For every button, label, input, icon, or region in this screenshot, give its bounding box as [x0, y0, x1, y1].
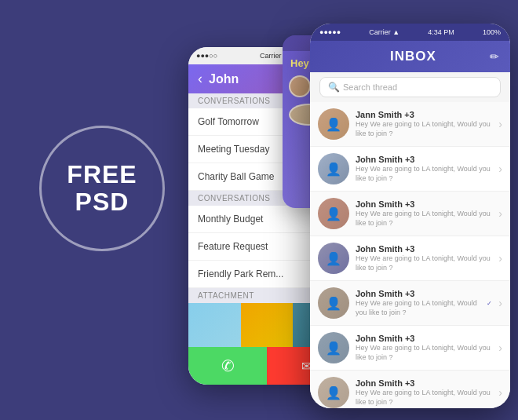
signal-dots-2: ●●●●●: [319, 28, 341, 36]
phone-inbox: ●●●●● Carrier ▲ 4:34 PM 100% INBOX ✏ 🔍 S…: [310, 24, 510, 408]
call-button[interactable]: ✆: [188, 347, 267, 385]
inbox-item-0[interactable]: 👤 Jann Smith +3 Hey We are going to LA t…: [310, 102, 510, 147]
inbox-content-1: John Smith +3 Hey We are going to LA ton…: [356, 155, 492, 183]
overlay-avatar-1: [289, 75, 311, 97]
inbox-name-4: John Smith +3: [356, 289, 479, 298]
back-arrow[interactable]: ‹: [198, 71, 202, 87]
arrow-0: ›: [498, 118, 502, 130]
inbox-item-5[interactable]: 👤 John Smith +3 Hey We are going to LA t…: [310, 326, 510, 371]
attachment-1: [188, 303, 241, 350]
search-icon: 🔍: [328, 82, 340, 93]
inbox-content-4: John Smith +3 Hey We are going to LA ton…: [356, 289, 479, 317]
inbox-item-4[interactable]: 👤 John Smith +3 Hey We are going to LA t…: [310, 281, 510, 326]
call-icon: ✆: [221, 356, 235, 375]
inbox-preview-1: Hey We are going to LA tonight, Would yo…: [356, 165, 492, 183]
avatar-2: 👤: [318, 198, 349, 229]
search-input[interactable]: 🔍 Search thread: [319, 77, 501, 97]
inbox-preview-6: Hey We are going to LA tonight, Would yo…: [356, 389, 492, 407]
free-psd-badge: FREE PSD: [39, 126, 165, 251]
carrier-2: Carrier ▲: [369, 28, 399, 36]
status-bar-2: ●●●●● Carrier ▲ 4:34 PM 100%: [310, 24, 510, 41]
free-label: FREE: [67, 161, 137, 188]
inbox-content-0: Jann Smith +3 Hey We are going to LA ton…: [356, 110, 492, 138]
inbox-preview-3: Hey We are going to LA tonight, Would yo…: [356, 254, 492, 272]
attachment-2: [241, 303, 294, 350]
search-placeholder: Search thread: [343, 82, 397, 92]
inbox-title: INBOX: [337, 49, 490, 64]
contact-name: John: [209, 72, 239, 86]
psd-label: PSD: [75, 188, 130, 216]
arrow-5: ›: [498, 341, 502, 354]
inbox-name-1: John Smith +3: [356, 155, 492, 164]
inbox-preview-2: Hey We are going to LA tonight, Would yo…: [356, 210, 492, 228]
avatar-4: 👤: [318, 287, 349, 319]
arrow-3: ›: [498, 252, 502, 265]
arrow-6: ›: [498, 386, 502, 399]
avatar-3: 👤: [318, 243, 349, 274]
inbox-item-2[interactable]: 👤 John Smith +3 Hey We are going to LA t…: [310, 192, 510, 236]
inbox-name-0: Jann Smith +3: [356, 110, 492, 119]
edit-icon[interactable]: ✏: [490, 50, 499, 63]
arrow-2: ›: [498, 207, 502, 220]
inbox-preview-0: Hey We are going to LA tonight, Would yo…: [356, 120, 492, 138]
inbox-content-3: John Smith +3 Hey We are going to LA ton…: [356, 244, 492, 272]
inbox-item-1[interactable]: 👤 John Smith +3 Hey We are going to LA t…: [310, 147, 510, 192]
carrier-1: Carrier: [260, 52, 282, 60]
inbox-item-3[interactable]: 👤 John Smith +3 Hey We are going to LA t…: [310, 236, 510, 281]
search-bar: 🔍 Search thread: [310, 72, 510, 102]
avatar-1: 👤: [318, 153, 349, 184]
verified-4: ✓: [487, 300, 492, 307]
inbox-name-3: John Smith +3: [356, 244, 492, 254]
inbox-header: INBOX ✏: [310, 41, 510, 72]
inbox-preview-5: Hey We are going to LA tonight, Would yo…: [356, 344, 492, 362]
inbox-preview-4: Hey We are going to LA tonight, Would yo…: [356, 299, 479, 317]
inbox-content-6: John Smith +3 Hey We are going to LA ton…: [356, 378, 492, 407]
inbox-content-5: John Smith +3 Hey We are going to LA ton…: [356, 334, 492, 362]
inbox-item-6[interactable]: 👤 John Smith +3 Hey We are going to LA t…: [310, 371, 510, 408]
arrow-4: ›: [498, 297, 502, 309]
inbox-name-6: John Smith +3: [356, 378, 492, 388]
inbox-name-5: John Smith +3: [356, 334, 492, 343]
battery-2: 100%: [483, 28, 501, 36]
avatar-5: 👤: [318, 332, 349, 363]
time-2: 4:34 PM: [428, 28, 454, 36]
avatar-0: 👤: [318, 108, 349, 140]
inbox-content-2: John Smith +3 Hey We are going to LA ton…: [356, 199, 492, 228]
arrow-1: ›: [498, 163, 502, 175]
signal-dots: ●●●○○: [196, 52, 217, 60]
inbox-name-2: John Smith +3: [356, 199, 492, 209]
avatar-6: 👤: [318, 377, 349, 408]
